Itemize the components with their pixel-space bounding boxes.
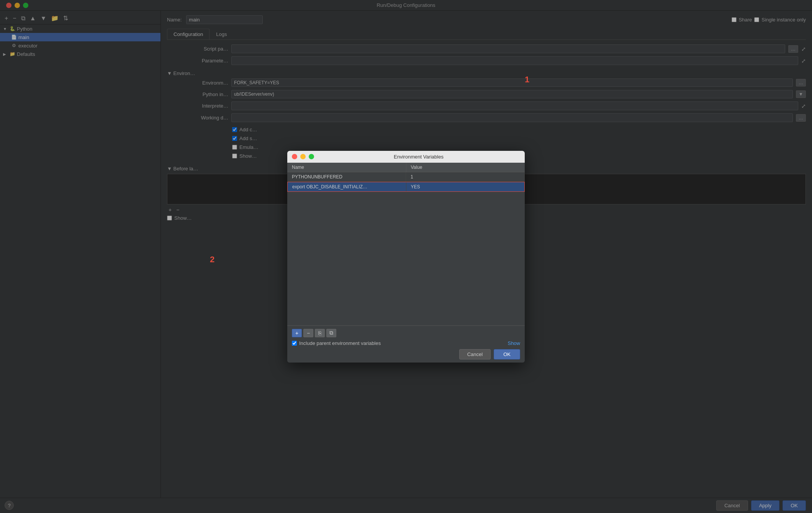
modal-table-header: Name Value	[287, 163, 525, 172]
include-parent-label-area: Include parent environment variables	[292, 340, 381, 346]
modal-bottom: + − ⎘ ⧉ Include parent environment varia…	[287, 325, 525, 363]
show-link[interactable]: Show	[508, 340, 520, 346]
modal-ok-button[interactable]: OK	[494, 349, 520, 359]
modal-add-button[interactable]: +	[292, 329, 302, 337]
annotation-1: 1	[525, 75, 529, 85]
env-row-2-value: YES	[406, 182, 525, 191]
modal-close-button[interactable]	[292, 154, 297, 159]
annotation-2: 2	[210, 255, 214, 265]
modal-variable-toolbar: + − ⎘ ⧉	[292, 329, 520, 337]
include-parent-checkbox[interactable]	[292, 341, 297, 346]
env-row-1-name: PYTHONUNBUFFERED	[287, 172, 406, 181]
env-row-1-value: 1	[406, 172, 525, 181]
environment-variables-modal: Environment Variables Name Value PYTHONU…	[287, 151, 525, 363]
modal-checkbox-row: Include parent environment variables Sho…	[292, 340, 520, 346]
env-row-2-name: export OBJC_DISABLE_INITIALIZ…	[288, 182, 406, 191]
column-name-header: Name	[287, 163, 406, 172]
modal-body: PYTHONUNBUFFERED 1 3 export OBJC_DISABLE…	[287, 172, 525, 325]
modal-overlay: Environment Variables Name Value PYTHONU…	[0, 0, 812, 513]
modal-maximize-button[interactable]	[309, 154, 314, 159]
modal-paste-button[interactable]: ⧉	[326, 329, 336, 337]
column-value-header: Value	[406, 163, 525, 172]
env-row-2[interactable]: export OBJC_DISABLE_INITIALIZ… YES	[287, 182, 525, 192]
modal-title: Environment Variables	[317, 154, 520, 160]
env-row-1[interactable]: PYTHONUNBUFFERED 1 3	[287, 172, 525, 182]
include-parent-label: Include parent environment variables	[299, 340, 381, 346]
modal-titlebar: Environment Variables	[287, 151, 525, 163]
modal-cancel-button[interactable]: Cancel	[459, 349, 491, 359]
modal-copy-button[interactable]: ⎘	[315, 329, 325, 337]
modal-minimize-button[interactable]	[300, 154, 306, 159]
modal-action-row: Cancel OK	[292, 349, 520, 359]
modal-remove-button[interactable]: −	[303, 329, 313, 337]
